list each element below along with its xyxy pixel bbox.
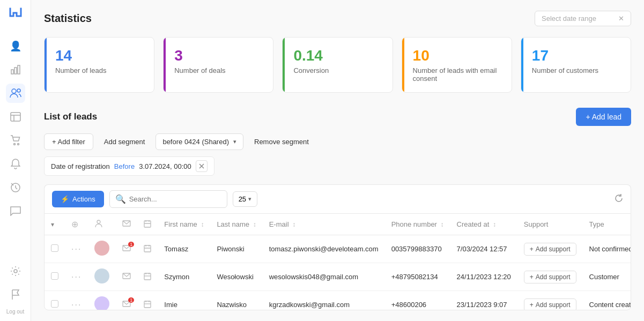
sidebar-item-history[interactable]: [6, 178, 25, 197]
actions-button[interactable]: ⚡ Actions: [52, 191, 104, 207]
segment-select[interactable]: before 0424 (Shared) ▾: [156, 133, 243, 150]
th-phone[interactable]: Phone number ↕: [385, 214, 450, 235]
th-type[interactable]: Type: [583, 214, 631, 235]
svg-point-8: [13, 144, 15, 145]
sidebar-item-chat[interactable]: [6, 201, 25, 221]
row-email-icon-cell[interactable]: 1: [116, 235, 137, 263]
svg-rect-27: [144, 273, 151, 280]
row-email: wesolowskis048@gmail.com: [263, 263, 385, 291]
filter-clear-button[interactable]: [196, 160, 208, 172]
avatar: [94, 296, 109, 310]
add-support-button[interactable]: + Add support: [524, 271, 576, 283]
remove-segment-button[interactable]: Remove segment: [249, 134, 314, 150]
row-phone: +48600206: [385, 291, 450, 311]
row-checkbox[interactable]: [51, 272, 58, 280]
svg-rect-1: [14, 68, 17, 74]
plus-circle-icon: ⊕: [71, 220, 78, 229]
th-email-col[interactable]: E-mail ↕: [263, 214, 385, 235]
leads-table: ▾ ⊕ First name: [45, 214, 631, 310]
calendar-icon: [144, 244, 151, 252]
sidebar-bottom: Log out: [6, 262, 25, 315]
stat-label-conversion: Conversion: [293, 66, 381, 74]
row-first-name: Tomasz: [158, 235, 210, 263]
sort-icon: ↕: [253, 221, 256, 228]
row-phone: +48795082134: [385, 263, 450, 291]
row-checkbox-cell[interactable]: [45, 263, 65, 291]
filter-field: Date of registration: [51, 162, 110, 170]
table-body: ··· 1 Tomasz Piwonski tomasz.piwonski@de…: [45, 235, 631, 311]
sidebar-item-bell[interactable]: [6, 154, 25, 174]
row-calendar-cell[interactable]: [137, 263, 158, 291]
row-first-name: Imie: [158, 291, 210, 311]
avatar: [94, 241, 109, 256]
row-support-cell[interactable]: + Add support: [517, 235, 583, 263]
list-title: List of leads: [44, 111, 97, 122]
row-checkbox-cell[interactable]: [45, 235, 65, 263]
svg-point-15: [97, 220, 100, 223]
table-wrap: ▾ ⊕ First name: [44, 213, 631, 310]
add-support-button[interactable]: + Add support: [524, 298, 576, 311]
sidebar-item-cart[interactable]: [6, 131, 25, 150]
table-toolbar: ⚡ Actions 🔍 25 ▾: [44, 184, 631, 213]
row-checkbox[interactable]: [51, 300, 58, 308]
logout-button[interactable]: Log out: [6, 309, 24, 315]
row-first-name: Szymon: [158, 263, 210, 291]
page-size-chevron-icon: ▾: [248, 196, 251, 203]
row-email-icon-cell[interactable]: 1: [116, 291, 137, 311]
th-created-at[interactable]: Created at ↕: [450, 214, 517, 235]
sidebar-item-settings[interactable]: [6, 262, 25, 281]
sidebar: 👤 Log out: [0, 0, 31, 321]
row-checkbox[interactable]: [51, 244, 58, 252]
th-add: ⊕: [65, 214, 88, 235]
stats-row: 14 Number of leads 3 Number of deals 0.1…: [44, 37, 631, 93]
row-email: kgrzadkowski@gmail.com: [263, 291, 385, 311]
stat-card-deals: 3 Number of deals: [163, 37, 273, 93]
search-input-wrap: 🔍: [109, 190, 227, 208]
row-last-name: Nazwisko: [210, 291, 262, 311]
row-support-cell[interactable]: + Add support: [517, 291, 583, 311]
row-calendar-cell[interactable]: [137, 291, 158, 311]
list-header: List of leads + Add lead: [44, 108, 631, 126]
sidebar-item-flag[interactable]: [6, 285, 25, 304]
add-filter-button[interactable]: + Add filter: [44, 133, 93, 150]
date-range-picker[interactable]: Select date range ✕: [535, 11, 631, 26]
sidebar-item-list[interactable]: [6, 107, 25, 126]
close-icon[interactable]: ✕: [618, 14, 624, 23]
row-actions-dots[interactable]: ···: [71, 244, 82, 253]
th-calendar: [137, 214, 158, 235]
page-header: Statistics Select date range ✕: [44, 11, 631, 26]
search-input[interactable]: [129, 195, 221, 203]
sidebar-item-avatar[interactable]: 👤: [6, 36, 25, 56]
stat-value-deals: 3: [174, 47, 262, 64]
row-actions-cell[interactable]: ···: [65, 291, 88, 311]
sort-icon: ↕: [493, 221, 496, 228]
add-support-button[interactable]: + Add support: [524, 243, 576, 256]
th-support[interactable]: Support: [517, 214, 583, 235]
filter-op: Before: [114, 162, 135, 170]
add-lead-button[interactable]: + Add lead: [576, 108, 631, 126]
row-support-cell[interactable]: + Add support: [517, 263, 583, 291]
row-checkbox-cell[interactable]: [45, 291, 65, 311]
svg-rect-0: [11, 70, 13, 74]
row-email-icon-cell[interactable]: [116, 263, 137, 291]
refresh-button[interactable]: [615, 194, 623, 205]
row-type: Not confirmed custome...: [583, 235, 631, 263]
svg-rect-5: [11, 113, 20, 121]
row-last-name: Piwonski: [210, 235, 262, 263]
th-last-name[interactable]: Last name ↕: [210, 214, 262, 235]
table-row: ··· 1 Imie Nazwisko kgrzadkowski@gmail.c…: [45, 291, 631, 311]
sidebar-item-people[interactable]: [6, 84, 25, 103]
page-size-select[interactable]: 25 ▾: [233, 191, 257, 207]
sort-icon: ↕: [292, 221, 295, 228]
sidebar-item-chart[interactable]: [6, 60, 25, 79]
th-first-name[interactable]: First name ↕: [158, 214, 210, 235]
add-segment-button[interactable]: Add segment: [99, 134, 151, 150]
row-created-at: 23/11/2023 9:07: [450, 291, 517, 311]
row-actions-dots[interactable]: ···: [71, 300, 82, 309]
row-actions-cell[interactable]: ···: [65, 235, 88, 263]
row-actions-cell[interactable]: ···: [65, 263, 88, 291]
date-range-placeholder: Select date range: [542, 14, 596, 23]
row-actions-dots[interactable]: ···: [71, 272, 82, 281]
stat-label-leads: Number of leads: [55, 66, 143, 74]
row-calendar-cell[interactable]: [137, 235, 158, 263]
